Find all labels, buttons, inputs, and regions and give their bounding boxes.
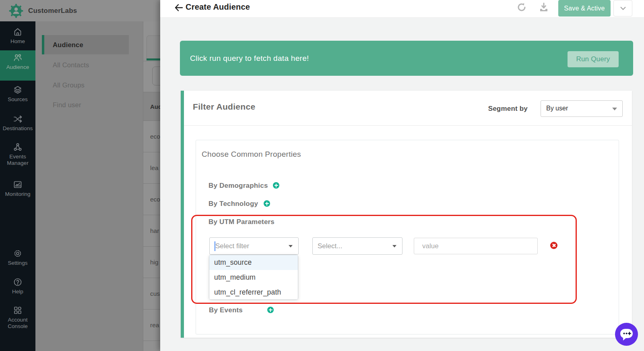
create-audience-screen: Create Audience Save & Active Click run …: [160, 0, 644, 351]
chat-launcher[interactable]: [615, 323, 638, 346]
utm-value-input[interactable]: value: [414, 238, 538, 254]
reset-icon[interactable]: [516, 2, 527, 12]
common-properties-box: Choose Common Properties By Demographics…: [196, 140, 619, 334]
by-events-label: By Events: [209, 306, 243, 314]
banner-message: Click run query to fetch data here!: [190, 54, 309, 63]
utm-operator-select[interactable]: Select...: [312, 237, 402, 255]
section-title: Choose Common Properties: [202, 150, 301, 159]
dropdown-option-utm_medium[interactable]: utm_medium: [209, 270, 298, 285]
by-technology-label: By Technology: [208, 200, 258, 208]
dropdown-option-utm_source[interactable]: utm_source: [209, 255, 298, 270]
chat-bubble-icon: [619, 328, 633, 341]
utm-filter-select[interactable]: Select filter: [209, 237, 299, 255]
segment-by-label: Segment by: [488, 105, 528, 113]
run-query-button[interactable]: Run Query: [568, 51, 619, 67]
download-icon[interactable]: [539, 2, 549, 12]
segment-by-select[interactable]: By user: [541, 100, 623, 117]
add-events-icon[interactable]: [267, 307, 274, 313]
modal-backdrop[interactable]: [0, 0, 160, 351]
card-title: Filter Audience: [193, 102, 255, 112]
drawer-topbar: Create Audience Save & Active: [160, 0, 644, 18]
by-demographics-label: By Demographics: [208, 182, 268, 190]
filter-audience-card: Filter Audience Segment by By user Choos…: [181, 91, 632, 338]
add-technology-icon[interactable]: [264, 200, 270, 207]
more-options-button[interactable]: [613, 0, 632, 17]
caret-down-icon: [612, 108, 617, 110]
save-active-button[interactable]: Save & Active: [558, 0, 611, 17]
page-title: Create Audience: [186, 2, 250, 12]
dropdown-option-utm_cl_referrer_path[interactable]: utm_cl_referrer_path: [209, 285, 298, 300]
caret-down-icon: [289, 245, 293, 247]
run-query-banner: Click run query to fetch data here! Run …: [180, 41, 633, 76]
remove-filter-icon[interactable]: [550, 242, 557, 249]
chevron-down-icon: [620, 6, 626, 10]
back-arrow-icon[interactable]: [174, 3, 184, 12]
caret-down-icon: [392, 245, 396, 247]
utm-options-dropdown: utm_sourceutm_mediumutm_cl_referrer_path: [209, 255, 298, 300]
add-demographics-icon[interactable]: [273, 182, 279, 189]
